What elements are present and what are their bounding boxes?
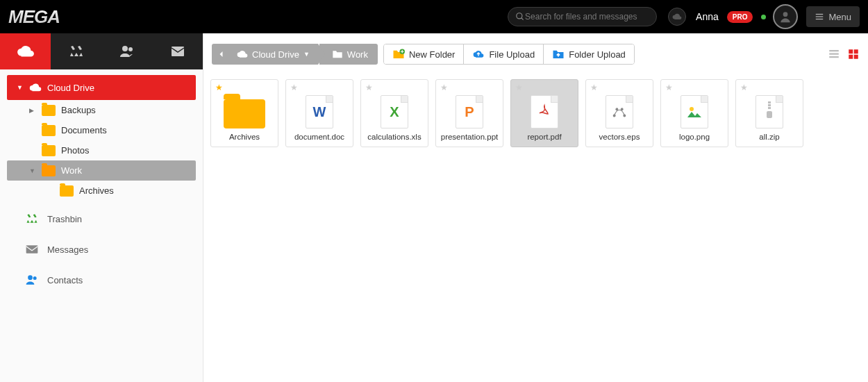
svg-point-22	[616, 108, 618, 110]
svg-rect-28	[767, 111, 772, 118]
svg-rect-27	[768, 107, 771, 109]
hamburger-icon	[815, 12, 824, 22]
svg-rect-26	[768, 104, 771, 106]
svg-point-11	[33, 276, 37, 280]
folder-icon	[42, 165, 56, 176]
breadcrumb-back[interactable]	[212, 44, 231, 65]
avatar[interactable]	[773, 4, 798, 29]
breadcrumb-root[interactable]: Cloud Drive ▼	[231, 44, 318, 65]
svg-rect-25	[768, 101, 771, 103]
folder-icon	[42, 105, 56, 116]
svg-point-2	[783, 12, 788, 17]
file-upload-button[interactable]: File Upload	[464, 44, 544, 64]
tree-item-label: Photos	[61, 145, 89, 156]
menu-label: Menu	[828, 12, 851, 22]
file-name: document.doc	[294, 133, 344, 141]
file-name: vectors.eps	[599, 133, 640, 141]
list-view-icon[interactable]	[828, 48, 840, 60]
file-tile[interactable]: ★logo.png	[660, 79, 728, 147]
star-icon[interactable]: ★	[215, 83, 223, 92]
star-icon[interactable]: ★	[740, 83, 748, 92]
star-icon[interactable]: ★	[665, 83, 673, 92]
folder-icon	[332, 49, 343, 59]
file-name: all.zip	[759, 133, 779, 141]
file-icon: W	[306, 95, 333, 128]
search-input[interactable]	[525, 12, 649, 22]
tree-arrow: ▼	[29, 167, 36, 174]
new-folder-button[interactable]: New Folder	[384, 44, 464, 64]
svg-point-21	[624, 115, 626, 117]
breadcrumb: Cloud Drive ▼ Work	[212, 44, 378, 65]
file-name: report.pdf	[527, 133, 561, 141]
tree-root[interactable]: ▼ Cloud Drive	[7, 75, 196, 100]
tab-messages[interactable]	[152, 33, 203, 69]
grid-view-icon[interactable]	[847, 48, 860, 60]
topbar: MEGA Anna PRO Menu	[0, 0, 868, 33]
svg-point-0	[517, 13, 522, 19]
section-label: Messages	[47, 244, 88, 255]
file-tile[interactable]: ★report.pdf	[510, 79, 578, 147]
section-trashbin[interactable]: Trashbin	[0, 206, 203, 231]
tree-root-label: Cloud Drive	[47, 83, 94, 93]
star-icon[interactable]: ★	[365, 83, 373, 92]
svg-point-6	[122, 46, 128, 51]
folder-upload-button[interactable]: Folder Upload	[544, 44, 634, 64]
username[interactable]: Anna	[696, 11, 719, 22]
tab-contacts[interactable]	[101, 33, 152, 69]
tree-item-backups[interactable]: ▶Backups	[7, 100, 196, 120]
folder-icon	[224, 99, 265, 128]
breadcrumb-root-label: Cloud Drive	[252, 49, 299, 60]
section-label: Trashbin	[47, 214, 82, 224]
svg-point-24	[690, 107, 694, 111]
file-tile[interactable]: ★Wdocument.doc	[285, 79, 353, 147]
tree-item-label: Work	[61, 165, 82, 176]
action-buttons: New Folder File Upload Folder Upload	[383, 44, 635, 65]
tree-item-label: Archives	[79, 185, 114, 196]
contacts-icon	[25, 273, 39, 287]
svg-rect-8	[172, 47, 184, 56]
star-icon[interactable]: ★	[440, 83, 448, 92]
star-icon[interactable]: ★	[290, 83, 298, 92]
tree-arrow: ·	[47, 188, 54, 194]
tree-item-documents[interactable]: ·Documents	[7, 120, 196, 140]
svg-rect-19	[854, 55, 858, 59]
tab-recycle[interactable]	[51, 33, 101, 69]
file-tile[interactable]: ★all.zip	[735, 79, 803, 147]
tab-cloud[interactable]	[0, 33, 51, 69]
cloud-icon	[29, 81, 42, 94]
section-messages[interactable]: Messages	[0, 237, 203, 262]
eps-icon	[606, 95, 633, 128]
tree-arrow: ·	[29, 147, 36, 154]
chevron-left-icon	[217, 50, 226, 58]
file-grid: ★Archives★Wdocument.doc★Xcalculations.xl…	[203, 68, 868, 158]
menu-button[interactable]: Menu	[806, 6, 860, 27]
file-upload-label: File Upload	[489, 49, 535, 60]
svg-rect-16	[849, 49, 853, 53]
file-tile[interactable]: ★Ppresentation.ppt	[435, 79, 503, 147]
recycle-icon	[25, 212, 39, 226]
toolbar: Cloud Drive ▼ Work New Folder File Uploa…	[212, 40, 860, 68]
search-box[interactable]	[508, 7, 657, 26]
star-icon[interactable]: ★	[515, 83, 523, 92]
breadcrumb-leaf[interactable]: Work	[319, 44, 378, 65]
tree-item-work[interactable]: ▼Work	[7, 160, 196, 181]
cloud-status-icon[interactable]	[668, 8, 686, 26]
star-icon[interactable]: ★	[590, 83, 598, 92]
file-tile[interactable]: ★Xcalculations.xls	[360, 79, 428, 147]
folder-upload-label: Folder Upload	[569, 49, 626, 60]
svg-point-7	[128, 47, 133, 51]
section-contacts[interactable]: Contacts	[0, 267, 203, 292]
svg-rect-13	[829, 50, 839, 51]
zip-icon	[756, 95, 783, 128]
tree-item-photos[interactable]: ·Photos	[7, 140, 196, 160]
pdf-icon	[531, 95, 558, 128]
svg-point-23	[621, 108, 623, 110]
section-label: Contacts	[47, 275, 83, 285]
upload-cloud-icon	[472, 49, 485, 60]
file-tile[interactable]: ★vectors.eps	[585, 79, 653, 147]
tree-item-archives[interactable]: ·Archives	[7, 181, 196, 201]
file-tile[interactable]: ★Archives	[210, 79, 278, 147]
file-name: logo.png	[679, 133, 710, 141]
file-name: presentation.ppt	[441, 133, 498, 141]
folder-icon	[60, 185, 74, 197]
